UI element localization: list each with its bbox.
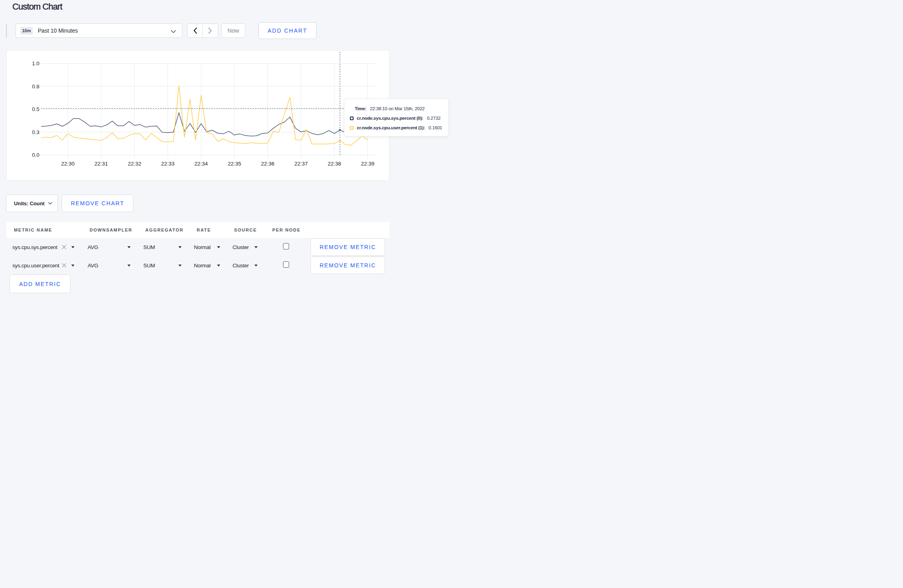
aggregator-caret-icon[interactable] [178,265,182,267]
time-range-select[interactable]: 10m Past 10 Minutes [16,23,182,38]
per-node-checkbox[interactable] [283,261,289,268]
units-select[interactable]: Units: Count [6,195,58,212]
chevron-down-icon [48,202,52,204]
aggregator-value[interactable]: SUM [143,244,155,250]
downsampler-value[interactable]: AVG [88,244,98,250]
aggregator-caret-icon[interactable] [178,246,182,248]
tooltip-time-value: 22:38:10 on Mar 15th, 2022 [370,106,424,111]
svg-text:1.0: 1.0 [32,60,39,66]
tooltip-time-label: Time: [355,106,366,111]
downsampler-caret-icon[interactable] [127,265,131,267]
svg-text:0.3: 0.3 [32,129,39,135]
next-time-button[interactable] [203,24,218,37]
table-row: sys.cpu.sys.percent AVG SUM Normal Clust… [6,238,389,256]
time-range-badge: 10m [20,27,33,35]
metric-name-caret-icon[interactable] [71,265,74,267]
svg-text:22:36: 22:36 [261,161,275,167]
rate-value[interactable]: Normal [194,244,211,250]
toolbar-divider [6,23,7,38]
svg-text:22:39: 22:39 [361,161,375,167]
chevron-left-icon [193,27,197,34]
col-header-per-node: PER NODE [272,228,301,232]
svg-text:22:38: 22:38 [328,161,341,167]
svg-text:22:35: 22:35 [228,161,241,167]
series-line-user [40,86,368,145]
tooltip-time-row: Time: 22:38:10 on Mar 15th, 2022 [350,104,443,113]
source-value[interactable]: Cluster [233,244,249,250]
page-title: Custom Chart [12,2,62,12]
source-value[interactable]: Cluster [233,263,249,269]
tooltip-series-value: 0.2732 [427,116,440,121]
time-range-label: Past 10 Minutes [38,27,78,34]
col-header-rate: RATE [197,228,211,232]
svg-text:0.8: 0.8 [32,84,39,90]
svg-text:22:31: 22:31 [94,161,108,167]
add-metric-button[interactable]: ADD METRIC [10,275,70,293]
tooltip-series-row: cr.node.sys.cpu.user.percent (1): 0.1601 [350,123,443,132]
tooltip-series-name: cr.node.sys.cpu.user.percent (1): [357,125,425,130]
downsampler-caret-icon[interactable] [127,246,131,248]
chart-tooltip: Time: 22:38:10 on Mar 15th, 2022 cr.node… [344,99,449,136]
chart-panel: 1.00.80.50.30.022:3022:3122:3222:3322:34… [6,50,389,181]
metric-name-value[interactable]: sys.cpu.user.percent [12,263,59,269]
tooltip-series-row: cr.node.sys.cpu.sys.percent (0): 0.2732 [350,113,443,123]
chevron-right-icon [208,27,212,34]
time-nav-group [187,23,218,38]
tooltip-series-value: 0.1601 [428,125,442,130]
aggregator-value[interactable]: SUM [143,263,155,269]
remove-tag-x-icon[interactable] [62,245,66,249]
col-header-metric-name: METRIC NAME [14,228,52,232]
hover-dot-sys [339,129,341,131]
source-caret-icon[interactable] [254,246,258,248]
units-label: Units: Count [14,201,45,206]
rate-value[interactable]: Normal [194,263,211,269]
remove-tag-x-icon[interactable] [62,263,66,268]
svg-text:22:37: 22:37 [294,161,308,167]
per-node-checkbox[interactable] [283,243,289,249]
col-header-downsampler: DOWNSAMPLER [90,228,132,232]
downsampler-value[interactable]: AVG [88,263,98,269]
series-swatch-user [350,126,354,130]
svg-text:22:34: 22:34 [194,161,208,167]
metric-name-caret-icon[interactable] [71,246,74,248]
chevron-down-icon [171,30,176,33]
remove-chart-button[interactable]: REMOVE CHART [62,195,133,212]
rate-caret-icon[interactable] [217,246,220,248]
svg-text:22:33: 22:33 [161,161,175,167]
table-header-row: METRIC NAME DOWNSAMPLER AGGREGATOR RATE … [6,222,389,238]
table-row: sys.cpu.user.percent AVG SUM Normal Clus… [6,256,389,275]
svg-text:22:30: 22:30 [61,161,75,167]
metrics-table: METRIC NAME DOWNSAMPLER AGGREGATOR RATE … [6,222,389,277]
col-header-source: SOURCE [234,228,257,232]
hover-dot-user [339,140,341,141]
svg-text:22:32: 22:32 [128,161,141,167]
remove-metric-button[interactable]: REMOVE METRIC [311,238,385,256]
line-chart[interactable]: 1.00.80.50.30.022:3022:3122:3222:3322:34… [7,51,390,181]
svg-text:0.5: 0.5 [32,106,39,112]
source-caret-icon[interactable] [254,265,258,267]
rate-caret-icon[interactable] [217,265,220,267]
add-chart-button[interactable]: ADD CHART [258,22,317,39]
col-header-aggregator: AGGREGATOR [145,228,184,232]
prev-time-button[interactable] [188,24,203,37]
series-line-sys [40,113,368,136]
now-button[interactable]: Now [221,23,245,38]
series-swatch-sys [350,117,354,120]
tooltip-series-name: cr.node.sys.cpu.sys.percent (0): [357,116,423,121]
svg-text:0.0: 0.0 [32,152,39,158]
metric-name-value[interactable]: sys.cpu.sys.percent [12,244,57,250]
remove-metric-button[interactable]: REMOVE METRIC [311,257,385,274]
